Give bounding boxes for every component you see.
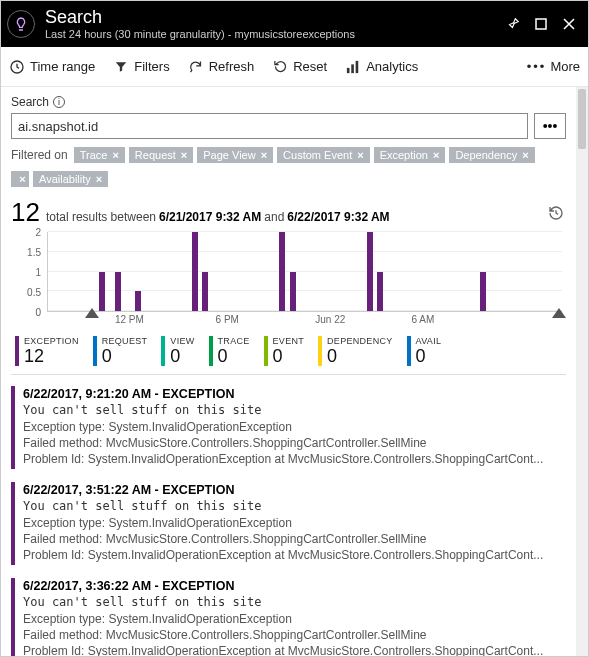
chart-bar[interactable]	[377, 272, 383, 312]
svg-rect-2	[347, 67, 350, 72]
time-range-label: Time range	[30, 59, 95, 74]
toolbar: Time range Filters Refresh Reset Analyti…	[1, 47, 588, 87]
clear-filters-chip[interactable]: ×	[11, 171, 29, 187]
scrollbar[interactable]	[576, 87, 588, 656]
chart-bar[interactable]	[192, 232, 198, 311]
filter-chip[interactable]: Trace ×	[74, 147, 125, 163]
info-icon[interactable]: i	[53, 96, 65, 108]
legend-item[interactable]: VIEW0	[161, 336, 194, 366]
result-meta: Failed method: MvcMusicStore.Controllers…	[23, 435, 566, 451]
pin-button[interactable]	[502, 13, 524, 35]
legend-item[interactable]: TRACE0	[209, 336, 250, 366]
chart-bar[interactable]	[480, 272, 486, 312]
time-marker[interactable]	[85, 308, 99, 318]
result-meta: Failed method: MvcMusicStore.Controllers…	[23, 531, 566, 547]
result-row[interactable]: 6/22/2017, 3:36:22 AM - EXCEPTIONYou can…	[11, 575, 566, 656]
results-chart[interactable]: 00.511.52 12 PM6 PMJun 226 AM	[11, 232, 566, 332]
chart-bar[interactable]	[279, 232, 285, 311]
filtered-on-label: Filtered on	[11, 148, 68, 162]
search-input[interactable]: ai.snapshot.id	[11, 113, 528, 139]
chart-bar[interactable]	[202, 272, 208, 312]
result-header: 6/22/2017, 9:21:20 AM - EXCEPTION	[23, 387, 566, 401]
chart-bar[interactable]	[99, 272, 105, 312]
result-meta: Problem Id: System.InvalidOperationExcep…	[23, 547, 566, 563]
legend-item[interactable]: AVAIL0	[407, 336, 442, 366]
result-meta: Exception type: System.InvalidOperationE…	[23, 515, 566, 531]
filter-chip[interactable]: Exception ×	[374, 147, 446, 163]
result-message: You can't sell stuff on this site	[23, 595, 566, 609]
result-header: 6/22/2017, 3:51:22 AM - EXCEPTION	[23, 483, 566, 497]
scrollbar-thumb[interactable]	[578, 89, 586, 149]
filter-chip[interactable]: Page View ×	[197, 147, 273, 163]
refresh-button[interactable]: Refresh	[188, 59, 255, 75]
time-marker[interactable]	[552, 308, 566, 318]
filter-icon	[113, 59, 129, 75]
time-from: 6/21/2017 9:32 AM	[159, 210, 261, 224]
filter-chip[interactable]: Availability ×	[33, 171, 108, 187]
filter-chip[interactable]: Custom Event ×	[277, 147, 370, 163]
search-label: Search i	[11, 95, 566, 109]
page-subtitle: Last 24 hours (30 minute granularity) - …	[45, 27, 496, 41]
content-area: Search i ai.snapshot.id ••• Filtered on …	[1, 87, 576, 656]
analytics-label: Analytics	[366, 59, 418, 74]
result-meta: Problem Id: System.InvalidOperationExcep…	[23, 451, 566, 467]
more-label: More	[550, 59, 580, 74]
legend-item[interactable]: REQUEST0	[93, 336, 148, 366]
svg-rect-4	[356, 60, 359, 72]
close-button[interactable]	[558, 13, 580, 35]
result-meta: Exception type: System.InvalidOperationE…	[23, 611, 566, 627]
time-range-button[interactable]: Time range	[9, 59, 95, 75]
filter-chip[interactable]: Dependency ×	[449, 147, 534, 163]
filter-chip[interactable]: Request ×	[129, 147, 193, 163]
reset-button[interactable]: Reset	[272, 59, 327, 75]
results-summary: 12 total results between 6/21/2017 9:32 …	[11, 197, 566, 228]
legend-item[interactable]: DEPENDENCY0	[318, 336, 393, 366]
maximize-button[interactable]	[530, 13, 552, 35]
history-icon[interactable]	[548, 205, 566, 223]
more-icon: •••	[527, 59, 547, 74]
analytics-button[interactable]: Analytics	[345, 59, 418, 75]
reset-label: Reset	[293, 59, 327, 74]
result-header: 6/22/2017, 3:36:22 AM - EXCEPTION	[23, 579, 566, 593]
result-meta: Exception type: System.InvalidOperationE…	[23, 419, 566, 435]
legend: EXCEPTION12REQUEST0VIEW0TRACE0EVENT0DEPE…	[11, 334, 566, 375]
svg-rect-0	[536, 19, 546, 29]
filter-chips: Filtered on Trace ×Request ×Page View ×C…	[11, 147, 566, 187]
clock-icon	[9, 59, 25, 75]
title-bar: Search Last 24 hours (30 minute granular…	[1, 1, 588, 47]
svg-rect-3	[351, 64, 354, 73]
chart-bar[interactable]	[367, 232, 373, 311]
result-message: You can't sell stuff on this site	[23, 499, 566, 513]
chart-bar[interactable]	[135, 291, 141, 311]
time-to: 6/22/2017 9:32 AM	[287, 210, 389, 224]
refresh-label: Refresh	[209, 59, 255, 74]
result-row[interactable]: 6/22/2017, 9:21:20 AM - EXCEPTIONYou can…	[11, 383, 566, 475]
results-list: 6/22/2017, 9:21:20 AM - EXCEPTIONYou can…	[11, 383, 566, 656]
page-title: Search	[45, 7, 496, 27]
result-meta: Problem Id: System.InvalidOperationExcep…	[23, 643, 566, 656]
more-button[interactable]: ••• More	[527, 59, 580, 74]
reset-icon	[272, 59, 288, 75]
refresh-icon	[188, 59, 204, 75]
legend-item[interactable]: EVENT0	[264, 336, 305, 366]
analytics-icon	[345, 59, 361, 75]
result-meta: Failed method: MvcMusicStore.Controllers…	[23, 627, 566, 643]
chart-bar[interactable]	[115, 272, 121, 312]
search-more-button[interactable]: •••	[534, 113, 566, 139]
results-count: 12	[11, 197, 40, 228]
result-message: You can't sell stuff on this site	[23, 403, 566, 417]
filters-label: Filters	[134, 59, 169, 74]
filters-button[interactable]: Filters	[113, 59, 169, 75]
chart-bar[interactable]	[290, 272, 296, 312]
legend-item[interactable]: EXCEPTION12	[15, 336, 79, 366]
result-row[interactable]: 6/22/2017, 3:51:22 AM - EXCEPTIONYou can…	[11, 479, 566, 571]
app-icon	[7, 10, 35, 38]
